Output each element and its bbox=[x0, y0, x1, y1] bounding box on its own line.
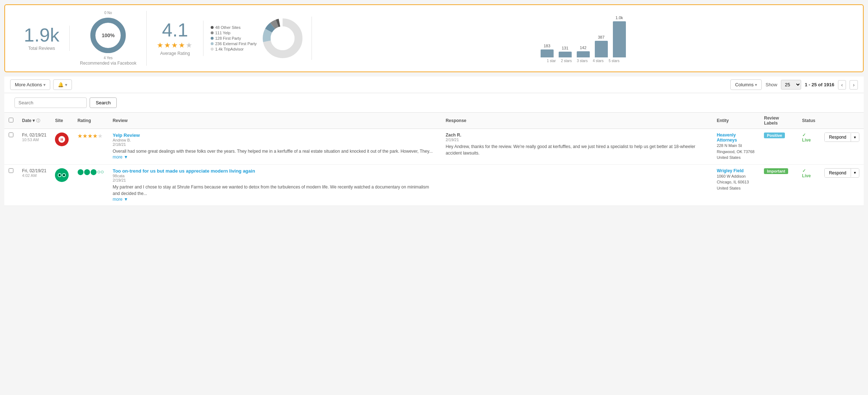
pie-chart-svg bbox=[261, 17, 304, 60]
pie-legend-item: 48 Other Sites bbox=[211, 25, 257, 30]
pie-dot bbox=[211, 26, 214, 29]
pagination-prev-button[interactable]: ‹ bbox=[838, 80, 846, 90]
respond-main-button[interactable]: Respond bbox=[825, 169, 851, 177]
th-actions bbox=[820, 113, 864, 129]
more-link[interactable]: more ▼ bbox=[113, 155, 128, 160]
columns-button[interactable]: Columns ▾ bbox=[730, 79, 762, 90]
bar-value: 1.0k bbox=[615, 16, 623, 20]
review-title[interactable]: Too on-trend for us but made us apprecia… bbox=[113, 168, 437, 174]
pie-legend-label: 48 Other Sites bbox=[215, 25, 240, 30]
bar-label-5star: 5 stars bbox=[609, 59, 619, 63]
donut-no-label: 0 No bbox=[104, 11, 112, 15]
chevron-down-icon: ▾ bbox=[43, 82, 46, 87]
review-title[interactable]: Yelp Review bbox=[113, 133, 437, 138]
th-date[interactable]: Date ▾ ⓘ bbox=[18, 113, 51, 129]
donut-title: Recommended via Facebook bbox=[80, 61, 136, 66]
search-button[interactable]: Search bbox=[90, 97, 117, 108]
total-reviews-label: Total Reviews bbox=[28, 46, 55, 51]
yelp-icon bbox=[55, 133, 69, 146]
chevron-down-icon: ▾ bbox=[65, 82, 67, 87]
sort-icon: ▾ bbox=[33, 118, 35, 123]
row-checkbox[interactable] bbox=[9, 168, 13, 173]
site-cell bbox=[51, 164, 73, 205]
date-value: Fri, 02/19/21 bbox=[22, 133, 46, 138]
bar-chart-block: 183 131 142 387 1.0k 1 star 2 stars bbox=[312, 14, 854, 63]
pie-dot bbox=[211, 48, 214, 51]
th-rating: Rating bbox=[73, 113, 108, 129]
bar-col-2star: 131 bbox=[559, 46, 572, 57]
th-review-labels: Review Labels bbox=[760, 113, 798, 129]
bar-4star bbox=[595, 41, 608, 57]
show-select[interactable]: 25 50 100 bbox=[781, 80, 801, 90]
toolbar: More Actions ▾ 🔔 ▾ Columns ▾ Show 25 50 … bbox=[4, 77, 864, 93]
review-author: Andrew B. bbox=[113, 138, 437, 142]
bar-label-1star: 1 star bbox=[547, 59, 556, 63]
date-header-label: Date bbox=[22, 118, 31, 123]
review-date: 2/18/21 bbox=[113, 142, 437, 147]
table-row: Fri, 02/19/21 4:02 AM ⬤⬤⬤○○ Too on-trend… bbox=[4, 164, 864, 205]
more-actions-button[interactable]: More Actions ▾ bbox=[10, 79, 50, 90]
th-entity: Entity bbox=[712, 113, 760, 129]
review-text: My partner and I chose to stay at Shrute… bbox=[113, 184, 437, 197]
row-checkbox-cell bbox=[4, 164, 18, 205]
pie-legend-label: 111 Yelp bbox=[215, 31, 230, 35]
time-value: 10:53 AM bbox=[22, 138, 46, 142]
bar-col-1star: 183 bbox=[541, 44, 554, 57]
rating-cell: ★★★★★ bbox=[73, 129, 108, 165]
rating-label: Average Rating bbox=[160, 51, 190, 56]
date-cell: Fri, 02/19/21 10:53 AM bbox=[18, 129, 51, 165]
respond-button-group[interactable]: Respond ▾ bbox=[824, 168, 859, 178]
respond-dropdown-button[interactable]: ▾ bbox=[851, 133, 859, 142]
respond-button-group[interactable]: Respond ▾ bbox=[824, 133, 859, 142]
bar-3star bbox=[577, 51, 590, 57]
stats-bar: 1.9k Total Reviews 0 No 100% 4 Yes Recom… bbox=[4, 4, 864, 72]
donut-chart: 100% bbox=[88, 16, 128, 55]
more-link[interactable]: more ▼ bbox=[113, 197, 128, 202]
svg-point-10 bbox=[59, 174, 61, 176]
th-status: Status bbox=[798, 113, 820, 129]
respond-main-button[interactable]: Respond bbox=[825, 133, 851, 142]
bar-label-3star: 3 stars bbox=[577, 59, 588, 63]
pie-legend-item: 236 External First Party bbox=[211, 42, 257, 46]
respond-dropdown-button[interactable]: ▾ bbox=[851, 169, 859, 177]
bar-col-3star: 142 bbox=[577, 45, 590, 57]
tripadvisor-rating: ⬤⬤⬤○○ bbox=[77, 169, 104, 175]
bar-value: 183 bbox=[543, 44, 550, 48]
entity-name[interactable]: Heavenly Attorneys bbox=[717, 133, 755, 143]
pie-legend-item: 111 Yelp bbox=[211, 31, 257, 35]
th-site: Site bbox=[51, 113, 73, 129]
th-review: Review bbox=[108, 113, 441, 129]
info-icon[interactable]: ⓘ bbox=[36, 118, 40, 123]
pie-legend-item: 128 First Party bbox=[211, 36, 257, 40]
svg-point-7 bbox=[271, 26, 295, 50]
response-date: 2/19/21 bbox=[446, 138, 708, 142]
entity-cell: Heavenly Attorneys 228 N Main StRingwood… bbox=[712, 129, 760, 165]
pie-legend-item: 1.4k TripAdvisor bbox=[211, 47, 257, 51]
pie-legend-label: 236 External First Party bbox=[215, 42, 257, 46]
row-checkbox[interactable] bbox=[9, 133, 13, 137]
row-checkbox-cell bbox=[4, 129, 18, 165]
review-cell: Yelp Review Andrew B. 2/18/21 Overall ha… bbox=[108, 129, 441, 165]
notifications-button[interactable]: 🔔 ▾ bbox=[53, 79, 72, 90]
pagination-info: 1 - 25 of 1916 bbox=[805, 82, 834, 87]
pie-block: 48 Other Sites 111 Yelp 128 First Party … bbox=[203, 17, 312, 60]
status-live: ✓ Live bbox=[802, 133, 811, 143]
th-checkbox bbox=[4, 113, 18, 129]
pie-legend: 48 Other Sites 111 Yelp 128 First Party … bbox=[211, 25, 257, 51]
review-label-badge: Positive bbox=[764, 133, 785, 138]
table-row: Fri, 02/19/21 10:53 AM ★★★★★ Yelp Review… bbox=[4, 129, 864, 165]
columns-label: Columns bbox=[735, 82, 753, 87]
bar-chart: 183 131 142 387 1.0k bbox=[541, 14, 626, 57]
label-cell: Positive bbox=[760, 129, 798, 165]
pie-dot bbox=[211, 31, 214, 34]
label-cell: Important bbox=[760, 164, 798, 205]
bar-label-4star: 4 stars bbox=[593, 59, 603, 63]
th-response: Response bbox=[441, 113, 712, 129]
select-all-checkbox[interactable] bbox=[9, 118, 13, 122]
star-rating: ★★★★★ bbox=[77, 133, 103, 139]
pagination-next-button[interactable]: › bbox=[850, 80, 858, 90]
bar-labels: 1 star 2 stars 3 stars 4 stars 5 stars bbox=[547, 57, 619, 63]
entity-name[interactable]: Wrigley Field bbox=[717, 168, 755, 173]
search-input[interactable] bbox=[14, 97, 87, 108]
bar-5star bbox=[613, 21, 626, 57]
